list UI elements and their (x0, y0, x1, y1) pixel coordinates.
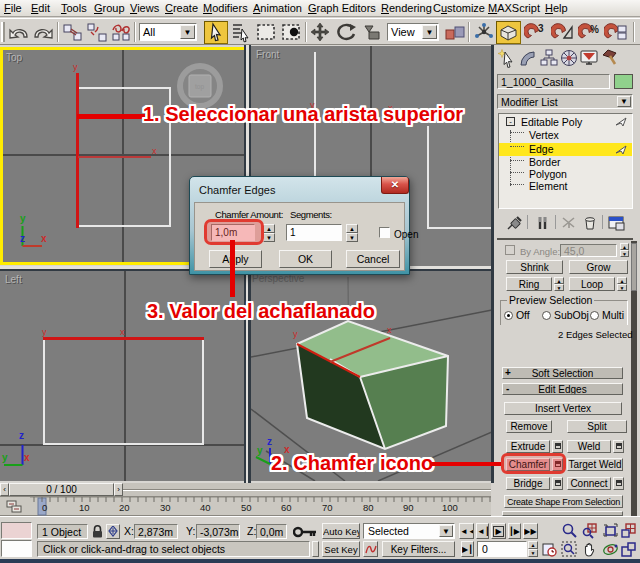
svg-text:70: 70 (322, 502, 333, 513)
svg-text:z: z (20, 233, 25, 244)
svg-text:30: 30 (160, 502, 171, 513)
svg-text:0: 0 (42, 502, 47, 513)
svg-text:y: y (257, 445, 263, 456)
svg-text:z: z (19, 430, 24, 441)
svg-text:y: y (2, 452, 8, 463)
svg-text:80: 80 (363, 502, 374, 513)
svg-text:y: y (293, 329, 298, 339)
svg-text:50: 50 (241, 502, 252, 513)
svg-text:x: x (41, 233, 47, 244)
svg-text:60: 60 (281, 502, 292, 513)
svg-text:3: 3 (538, 23, 544, 34)
svg-text:10: 10 (79, 502, 90, 513)
svg-text:100: 100 (442, 502, 458, 513)
svg-text:y: y (20, 213, 26, 224)
svg-text:z: z (267, 436, 272, 447)
svg-text:x: x (387, 325, 392, 335)
svg-text:90: 90 (403, 502, 414, 513)
svg-text:top: top (195, 83, 204, 91)
svg-text:x: x (24, 452, 30, 463)
svg-text:20: 20 (119, 502, 130, 513)
svg-text:40: 40 (200, 502, 211, 513)
svg-text:x: x (284, 444, 290, 455)
svg-text:%: % (590, 24, 599, 35)
